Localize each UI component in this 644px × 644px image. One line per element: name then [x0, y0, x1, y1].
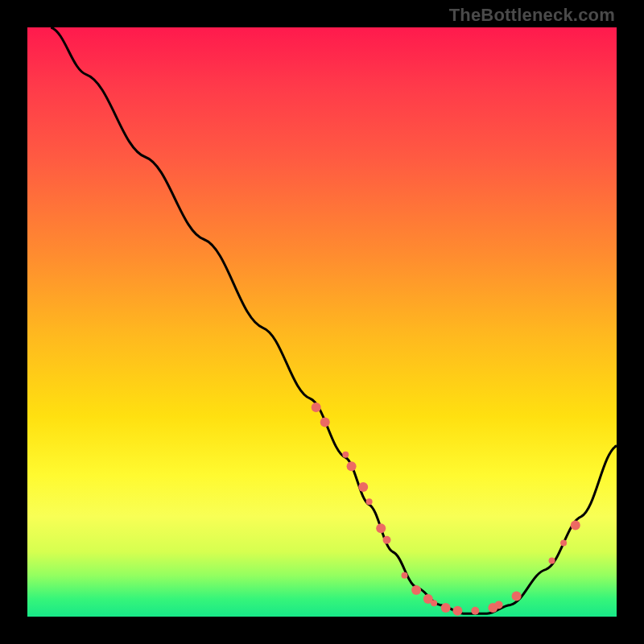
data-point: [488, 603, 497, 613]
data-point: [441, 603, 451, 613]
data-point: [376, 523, 386, 533]
data-point: [495, 601, 503, 609]
data-point: [431, 600, 437, 606]
watermark-label: TheBottleneck.com: [449, 5, 615, 26]
chart-frame: TheBottleneck.com: [0, 0, 644, 644]
curve-layer: [27, 27, 617, 617]
data-point: [471, 607, 479, 615]
data-point: [366, 498, 373, 505]
data-point: [452, 606, 462, 616]
data-point: [512, 591, 522, 601]
data-point: [320, 417, 330, 427]
data-point: [347, 461, 357, 471]
plot-area: [27, 27, 617, 617]
data-point: [358, 482, 368, 492]
data-point: [423, 594, 433, 604]
data-point: [402, 572, 408, 579]
bottleneck-curve: [51, 27, 617, 613]
data-point: [560, 540, 567, 547]
data-point: [571, 521, 580, 530]
data-point: [411, 585, 421, 595]
data-point: [312, 402, 321, 412]
curve-markers: [312, 402, 580, 616]
data-point: [383, 536, 391, 544]
data-point: [549, 558, 555, 564]
data-point: [342, 452, 349, 458]
